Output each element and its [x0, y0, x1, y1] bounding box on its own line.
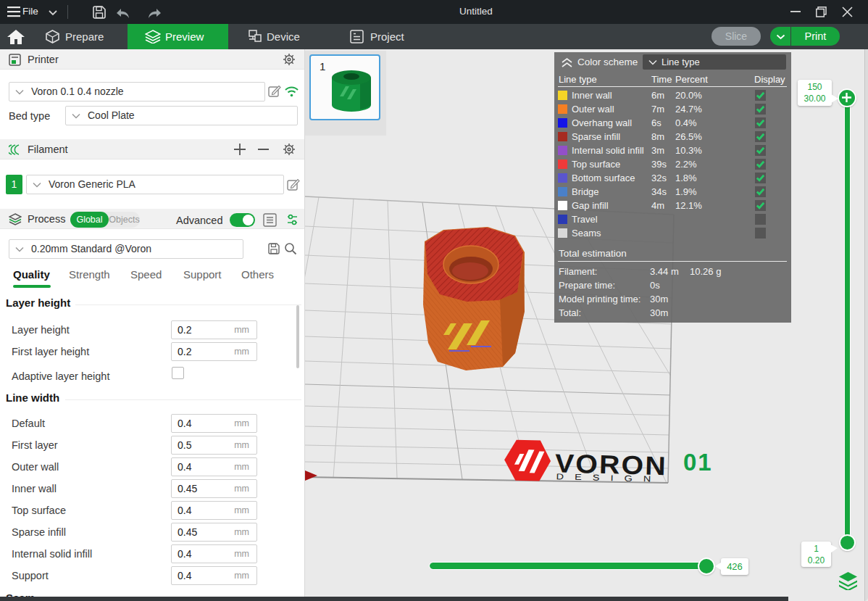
param-value: 0.4	[178, 415, 191, 432]
minimize-button[interactable]	[790, 11, 801, 13]
first-layer-line-width-input[interactable]: 0.5mm	[171, 436, 257, 455]
wifi-icon[interactable]	[285, 86, 299, 97]
display-checkbox[interactable]	[755, 186, 766, 197]
process-objects-option[interactable]: Objects	[109, 212, 140, 228]
project-icon[interactable]	[350, 30, 364, 43]
display-checkbox[interactable]	[755, 90, 766, 101]
collapse-panel-icon[interactable]	[561, 57, 573, 68]
param-label: Sparse infill	[12, 523, 66, 542]
close-button[interactable]	[842, 7, 853, 17]
slice-button[interactable]: Slice	[711, 27, 761, 46]
tab-others[interactable]: Others	[241, 268, 274, 281]
save-icon[interactable]	[92, 5, 107, 20]
bed-type-select[interactable]: Cool Plate	[65, 106, 298, 125]
param-row-default: Default 0.4mm	[0, 414, 305, 433]
tab-strength[interactable]: Strength	[69, 268, 110, 281]
filament-settings-gear-icon[interactable]	[283, 143, 296, 156]
top-surface-line-width-input[interactable]: 0.4mm	[171, 501, 257, 520]
tab-project[interactable]: Project	[370, 30, 404, 43]
display-checkbox[interactable]	[755, 117, 766, 128]
layer-slider-bottom-handle[interactable]	[839, 534, 856, 551]
printer-edit-icon[interactable]	[268, 85, 281, 98]
total-row-filament: Filament:3.44 m10.26 g	[554, 265, 791, 278]
color-scheme-select[interactable]: Line type	[643, 54, 786, 70]
redo-icon[interactable]	[146, 7, 162, 19]
viewport-3d[interactable]: VORON DESIGN 01 1	[305, 49, 868, 601]
legend-panel: Color scheme Line type Line type Time Pe…	[554, 52, 791, 323]
section-title-line-width: Line width	[6, 391, 59, 404]
process-global-option[interactable]: Global	[70, 212, 109, 228]
col-time: Time	[651, 74, 672, 85]
default-line-width-input[interactable]: 0.4mm	[171, 414, 257, 433]
legend-row-seams: Seams	[554, 226, 791, 240]
support-line-width-input[interactable]: 0.4mm	[171, 566, 257, 585]
parameter-list-icon[interactable]	[263, 213, 277, 227]
process-scope-toggle[interactable]: Global Objects	[70, 212, 140, 228]
process-preset-select[interactable]: 0.20mm Standard @Voron	[9, 239, 243, 259]
tab-preview[interactable]: Preview	[128, 24, 228, 49]
plate-thumbnail[interactable]: 1	[309, 54, 380, 120]
tab-device[interactable]: Device	[267, 30, 300, 43]
outer-wall-line-width-input[interactable]: 0.4mm	[171, 457, 257, 476]
color-swatch	[558, 173, 567, 183]
sidebar-scrollbar[interactable]	[296, 305, 299, 368]
hamburger-menu-icon[interactable]	[7, 7, 20, 17]
param-label: Default	[12, 414, 45, 433]
filament-edit-icon[interactable]	[287, 178, 300, 191]
param-label: Outer wall	[12, 457, 59, 476]
display-checkbox[interactable]	[755, 173, 766, 183]
layer-slider-bottom-tooltip: 10.20	[801, 542, 831, 567]
layer-slider-track[interactable]	[845, 98, 850, 542]
display-checkbox[interactable]	[755, 104, 766, 115]
file-menu[interactable]: File	[22, 6, 38, 17]
parameter-tune-icon[interactable]	[285, 213, 299, 227]
filament-slot-badge[interactable]: 1	[6, 175, 22, 194]
remove-filament-icon[interactable]	[258, 149, 269, 151]
maximize-button[interactable]	[816, 7, 827, 17]
home-icon[interactable]	[7, 30, 25, 44]
layer-slider-top-handle[interactable]	[838, 88, 856, 107]
print-button[interactable]: Print	[791, 27, 840, 46]
display-checkbox[interactable]	[755, 214, 766, 225]
sliced-model[interactable]	[423, 227, 525, 370]
inner-wall-line-width-input[interactable]: 0.45mm	[171, 479, 257, 498]
device-icon[interactable]	[246, 30, 262, 43]
printer-settings-gear-icon[interactable]	[283, 53, 296, 66]
add-filament-icon[interactable]	[234, 144, 246, 155]
display-checkbox[interactable]	[755, 131, 766, 142]
prepare-icon[interactable]	[45, 30, 60, 43]
display-checkbox[interactable]	[755, 200, 766, 211]
color-swatch	[558, 91, 567, 100]
tab-quality[interactable]: Quality	[13, 268, 50, 281]
advanced-toggle[interactable]	[230, 213, 255, 227]
plate-thumbnail-model	[330, 69, 373, 114]
move-slider-handle[interactable]	[698, 558, 715, 575]
first-layer-height-input[interactable]: 0.2mm	[171, 342, 257, 361]
color-swatch	[558, 187, 567, 196]
sidebar: Printer Voron 0.1 0.4 nozzle Bed type Co…	[0, 49, 305, 597]
print-dropdown-button[interactable]	[770, 27, 790, 46]
display-checkbox[interactable]	[755, 228, 766, 239]
tab-speed[interactable]: Speed	[130, 268, 162, 281]
file-menu-chevron-icon[interactable]	[48, 9, 58, 16]
display-checkbox[interactable]	[755, 159, 766, 170]
param-row-first-layer: First layer 0.5mm	[0, 436, 305, 455]
tab-prepare[interactable]: Prepare	[65, 30, 104, 43]
param-value: 0.4	[178, 502, 191, 519]
move-slider-track[interactable]	[430, 563, 708, 569]
filament-select[interactable]: Voron Generic PLA	[26, 175, 284, 194]
printer-select[interactable]: Voron 0.1 0.4 nozzle	[9, 82, 265, 101]
search-preset-icon[interactable]	[284, 242, 297, 255]
tab-support[interactable]: Support	[183, 268, 222, 281]
internal-solid-infill-line-width-input[interactable]: 0.4mm	[171, 544, 257, 563]
undo-icon[interactable]	[115, 7, 131, 19]
layer-height-input[interactable]: 0.2mm	[171, 320, 257, 339]
param-unit: mm	[234, 523, 249, 541]
sparse-infill-line-width-input[interactable]: 0.45mm	[171, 523, 257, 542]
param-unit: mm	[234, 502, 249, 519]
param-row-outer-wall: Outer wall 0.4mm	[0, 457, 305, 476]
display-checkbox[interactable]	[755, 145, 766, 156]
save-preset-icon[interactable]	[267, 242, 280, 255]
adaptive-layer-height-checkbox[interactable]	[172, 367, 184, 379]
layers-icon[interactable]	[838, 572, 858, 590]
